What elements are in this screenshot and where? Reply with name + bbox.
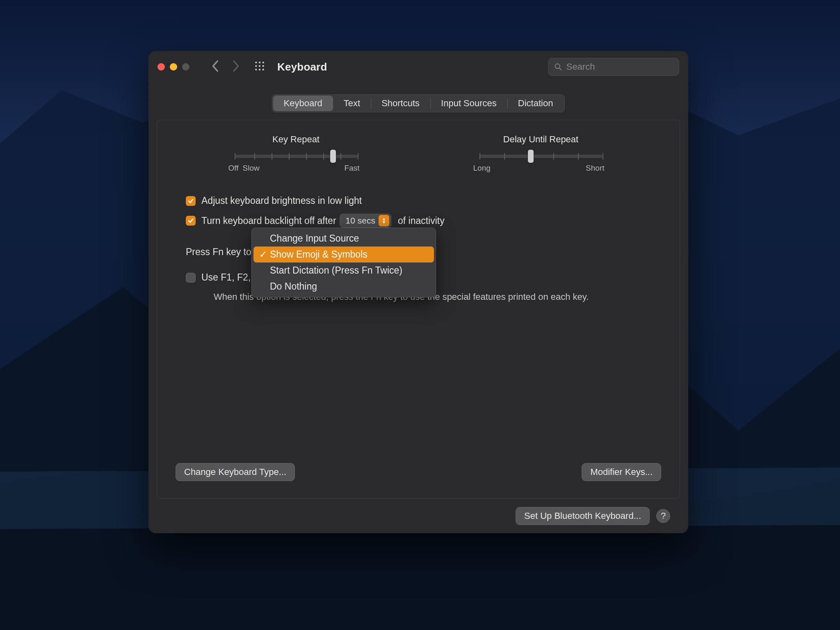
fn-key-label: Press Fn key to: [186, 247, 251, 258]
search-input[interactable]: [566, 62, 673, 72]
fn-option-do-nothing[interactable]: Do Nothing: [253, 278, 434, 294]
backlight-off-label-post: of inactivity: [398, 215, 445, 226]
close-window-button[interactable]: [158, 63, 165, 71]
svg-point-7: [255, 69, 257, 71]
search-icon: [554, 62, 562, 71]
svg-point-6: [262, 65, 264, 67]
fn-option-start-dictation[interactable]: Start Dictation (Press Fn Twice): [253, 262, 434, 278]
help-button[interactable]: ?: [656, 509, 670, 523]
tab-shortcuts[interactable]: Shortcuts: [371, 96, 430, 111]
delay-until-repeat-label: Delay Until Repeat: [477, 134, 605, 145]
slider-caption-long: Long: [473, 164, 491, 173]
tab-dictation[interactable]: Dictation: [507, 96, 564, 111]
change-keyboard-type-button[interactable]: Change Keyboard Type...: [176, 463, 295, 481]
slider-caption-off: Off: [228, 164, 239, 173]
search-field[interactable]: [548, 58, 679, 76]
traffic-lights: [158, 63, 189, 71]
tab-keyboard[interactable]: Keyboard: [273, 96, 333, 111]
svg-point-8: [259, 69, 260, 71]
stepper-icon: ▲▼: [379, 215, 389, 226]
standard-fn-checkbox[interactable]: [186, 273, 196, 283]
preferences-window: Keyboard Keyboard Text Shortcuts Input S…: [148, 51, 688, 533]
zoom-window-button[interactable]: [182, 63, 189, 71]
svg-point-2: [259, 62, 260, 63]
key-repeat-label: Key Repeat: [233, 134, 360, 145]
svg-line-11: [559, 68, 561, 70]
svg-point-1: [255, 62, 257, 63]
back-button[interactable]: [211, 60, 219, 74]
slider-caption-slow: Slow: [243, 164, 260, 173]
show-all-icon[interactable]: [254, 61, 265, 73]
slider-caption-fast: Fast: [345, 164, 360, 173]
minimize-window-button[interactable]: [170, 63, 177, 71]
modifier-keys-button[interactable]: Modifier Keys...: [582, 463, 661, 481]
tab-bar: Keyboard Text Shortcuts Input Sources Di…: [272, 94, 565, 112]
fn-key-dropdown: Change Input Source ✓Show Emoji & Symbol…: [251, 228, 436, 297]
delay-until-repeat-slider[interactable]: [479, 155, 603, 158]
key-repeat-slider[interactable]: [235, 155, 358, 158]
tab-text[interactable]: Text: [333, 96, 371, 111]
fn-option-show-emoji[interactable]: ✓Show Emoji & Symbols: [253, 247, 434, 262]
adjust-brightness-label: Adjust keyboard brightness in low light: [201, 195, 362, 206]
keyboard-panel: Key Repeat OffSlow Fast Delay Until Repe…: [157, 120, 680, 499]
slider-caption-short: Short: [586, 164, 604, 173]
backlight-duration-select[interactable]: 10 secs ▲▼: [340, 214, 391, 228]
forward-button[interactable]: [232, 60, 240, 74]
svg-point-9: [262, 69, 264, 71]
svg-point-4: [255, 65, 257, 67]
svg-point-3: [262, 62, 264, 63]
svg-point-5: [259, 65, 260, 67]
titlebar: Keyboard: [148, 51, 688, 83]
adjust-brightness-checkbox[interactable]: [186, 196, 196, 206]
backlight-off-label-pre: Turn keyboard backlight off after: [201, 215, 336, 226]
setup-bluetooth-keyboard-button[interactable]: Set Up Bluetooth Keyboard...: [516, 507, 650, 525]
window-title: Keyboard: [277, 61, 327, 73]
tab-input-sources[interactable]: Input Sources: [430, 96, 507, 111]
fn-option-change-input-source[interactable]: Change Input Source: [253, 231, 434, 247]
backlight-off-checkbox[interactable]: [186, 216, 196, 226]
